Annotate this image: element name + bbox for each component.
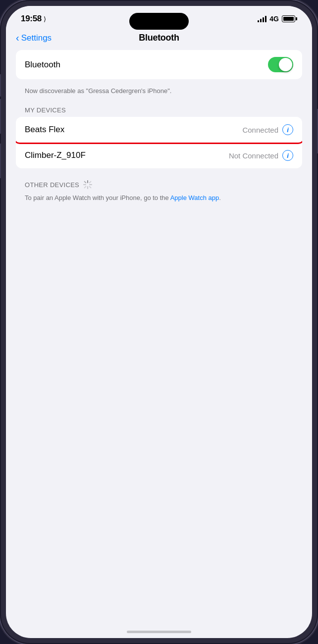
signal-bar-2 bbox=[260, 19, 262, 22]
beats-flex-info-button[interactable]: i bbox=[282, 124, 293, 135]
svg-line-4 bbox=[85, 182, 86, 183]
signal-bar-4 bbox=[265, 16, 266, 22]
climber-row[interactable]: Climber-Z_910F Not Connected i bbox=[16, 143, 302, 168]
beats-flex-name: Beats Flex bbox=[25, 125, 64, 135]
back-button[interactable]: ‹ Settings bbox=[16, 33, 52, 44]
info-icon: i bbox=[287, 126, 289, 134]
phone-screen: 19:58 ⟩ 4G bbox=[6, 6, 312, 638]
loading-spinner bbox=[83, 180, 92, 189]
mute-button[interactable] bbox=[0, 74, 1, 97]
climber-status-area: Not Connected i bbox=[229, 150, 293, 161]
other-devices-label: OTHER DEVICES bbox=[25, 181, 79, 189]
beats-flex-wrapper: Beats Flex Connected i bbox=[16, 117, 302, 143]
my-devices-card: Beats Flex Connected i Climber-Z_910F No… bbox=[16, 117, 302, 168]
page-title: Bluetooth bbox=[139, 33, 179, 43]
beats-flex-status: Connected bbox=[242, 126, 278, 134]
signal-bar-1 bbox=[258, 20, 259, 22]
beats-flex-status-area: Connected i bbox=[242, 124, 293, 135]
signal-bars bbox=[258, 15, 266, 22]
phone-frame: 19:58 ⟩ 4G bbox=[0, 0, 318, 644]
back-label: Settings bbox=[21, 33, 52, 43]
nav-bar: ‹ Settings Bluetooth bbox=[6, 28, 312, 50]
back-chevron-icon: ‹ bbox=[16, 32, 19, 44]
bluetooth-row: Bluetooth bbox=[16, 50, 302, 79]
location-icon: ⟩ bbox=[44, 15, 46, 23]
beats-flex-row[interactable]: Beats Flex Connected i bbox=[16, 117, 302, 143]
apple-watch-text-2: . bbox=[219, 194, 221, 201]
discoverable-text: Now discoverable as "Gressa Cedergren's … bbox=[16, 83, 302, 102]
toggle-knob bbox=[279, 58, 292, 71]
bluetooth-label: Bluetooth bbox=[25, 60, 60, 70]
climber-status: Not Connected bbox=[229, 151, 278, 160]
network-type: 4G bbox=[269, 15, 279, 23]
volume-up-button[interactable] bbox=[0, 99, 1, 134]
content-area: Bluetooth Now discoverable as "Gressa Ce… bbox=[6, 50, 312, 211]
home-indicator bbox=[127, 631, 191, 633]
svg-line-6 bbox=[90, 182, 91, 183]
dynamic-island bbox=[129, 13, 189, 30]
climber-name: Climber-Z_910F bbox=[25, 150, 86, 160]
bluetooth-toggle[interactable] bbox=[268, 57, 293, 72]
my-devices-header: MY DEVICES bbox=[16, 102, 302, 117]
svg-line-5 bbox=[90, 187, 91, 188]
svg-line-7 bbox=[85, 187, 86, 188]
battery-icon bbox=[282, 15, 297, 22]
apple-watch-text: To pair an Apple Watch with your iPhone,… bbox=[16, 193, 302, 211]
apple-watch-link[interactable]: Apple Watch app bbox=[170, 194, 219, 201]
bluetooth-toggle-card: Bluetooth bbox=[16, 50, 302, 79]
status-time: 19:58 bbox=[21, 14, 42, 24]
signal-bar-3 bbox=[263, 17, 264, 22]
status-icons: 4G bbox=[258, 15, 297, 23]
climber-info-button[interactable]: i bbox=[282, 150, 293, 161]
volume-down-button[interactable] bbox=[0, 144, 1, 178]
apple-watch-text-1: To pair an Apple Watch with your iPhone,… bbox=[25, 194, 170, 201]
other-devices-header: OTHER DEVICES bbox=[16, 172, 302, 193]
info-icon-2: i bbox=[287, 152, 289, 159]
